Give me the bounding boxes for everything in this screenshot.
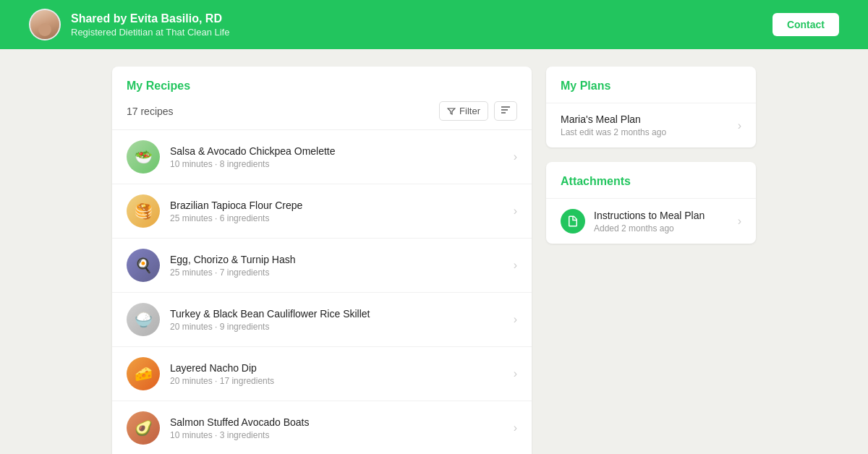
recipe-info: Layered Nacho Dip 20 minutes · 17 ingred… (170, 362, 514, 386)
chevron-right-icon: › (514, 313, 517, 326)
attachment-item[interactable]: Instructions to Meal Plan Added 2 months… (546, 198, 756, 244)
chevron-right-icon: › (514, 150, 517, 163)
recipe-info: Brazilian Tapioca Flour Crepe 25 minutes… (170, 200, 514, 223)
sort-icon (501, 106, 511, 114)
plans-panel: My Plans Maria's Meal Plan Last edit was… (546, 67, 756, 147)
filter-icon (447, 107, 456, 116)
chevron-right-icon: › (514, 205, 517, 218)
attachment-meta: Added 2 months ago (594, 223, 738, 234)
recipe-info: Turkey & Black Bean Cauliflower Rice Ski… (170, 308, 514, 332)
recipe-item[interactable]: 🥗 Salsa & Avocado Chickpea Omelette 10 m… (112, 130, 532, 184)
recipe-item[interactable]: 🍚 Turkey & Black Bean Cauliflower Rice S… (112, 293, 532, 347)
attachments-panel-header: Attachments (546, 162, 756, 198)
attachment-icon (561, 209, 585, 234)
plan-item[interactable]: Maria's Meal Plan Last edit was 2 months… (546, 103, 756, 147)
recipe-item[interactable]: 🍳 Egg, Chorizo & Turnip Hash 25 minutes … (112, 239, 532, 293)
recipes-header: My Recipes 17 recipes Filter (112, 67, 532, 130)
recipes-panel: My Recipes 17 recipes Filter (112, 67, 532, 454)
subtitle-label: Registered Dietitian at That Clean Life (71, 27, 229, 38)
recipe-thumbnail: 🧀 (127, 357, 160, 390)
recipe-item[interactable]: 🥑 Salmon Stuffed Avocado Boats 10 minute… (112, 401, 532, 454)
plan-meta: Last edit was 2 months ago (561, 127, 738, 137)
recipe-meta: 20 minutes · 17 ingredients (170, 376, 514, 386)
plans-list: Maria's Meal Plan Last edit was 2 months… (546, 103, 756, 147)
main-container: My Recipes 17 recipes Filter (0, 49, 868, 454)
recipe-item[interactable]: 🧀 Layered Nacho Dip 20 minutes · 17 ingr… (112, 347, 532, 401)
filter-button[interactable]: Filter (439, 101, 488, 121)
plans-panel-header: My Plans (546, 67, 756, 103)
document-icon (566, 215, 579, 228)
recipe-info: Salsa & Avocado Chickpea Omelette 10 min… (170, 145, 514, 169)
recipes-toolbar: 17 recipes Filter (127, 101, 517, 121)
attachments-title: Attachments (561, 175, 741, 188)
recipe-thumbnail: 🥞 (127, 194, 160, 228)
recipe-meta: 20 minutes · 9 ingredients (170, 322, 514, 332)
recipe-name: Salsa & Avocado Chickpea Omelette (170, 145, 514, 157)
header-left: Shared by Evita Basilio, RD Registered D… (29, 9, 229, 40)
chevron-right-icon: › (514, 259, 517, 272)
recipe-thumbnail: 🥑 (127, 411, 160, 445)
recipe-info: Egg, Chorizo & Turnip Hash 25 minutes · … (170, 254, 514, 278)
recipe-name: Layered Nacho Dip (170, 362, 514, 374)
recipes-title: My Recipes (127, 80, 517, 93)
chevron-right-icon: › (738, 119, 741, 132)
sort-button[interactable] (494, 101, 517, 121)
attachment-name: Instructions to Meal Plan (594, 210, 738, 221)
plan-info: Maria's Meal Plan Last edit was 2 months… (561, 113, 738, 137)
contact-button[interactable]: Contact (773, 13, 839, 36)
recipe-name: Egg, Chorizo & Turnip Hash (170, 254, 514, 265)
attachment-info: Instructions to Meal Plan Added 2 months… (594, 210, 738, 234)
recipe-name: Turkey & Black Bean Cauliflower Rice Ski… (170, 308, 514, 320)
attachments-panel: Attachments Instructions to Meal Plan Ad… (546, 162, 756, 244)
recipe-thumbnail: 🥗 (127, 140, 160, 174)
chevron-right-icon: › (738, 215, 741, 228)
recipe-meta: 10 minutes · 3 ingredients (170, 430, 514, 440)
recipes-count: 17 recipes (127, 106, 174, 117)
recipe-meta: 25 minutes · 6 ingredients (170, 213, 514, 223)
shared-by-label: Shared by Evita Basilio, RD (71, 12, 229, 25)
recipe-meta: 25 minutes · 7 ingredients (170, 267, 514, 278)
recipe-name: Salmon Stuffed Avocado Boats (170, 416, 514, 428)
plan-name: Maria's Meal Plan (561, 113, 738, 125)
recipe-list: 🥗 Salsa & Avocado Chickpea Omelette 10 m… (112, 130, 532, 454)
recipe-item[interactable]: 🥞 Brazilian Tapioca Flour Crepe 25 minut… (112, 184, 532, 239)
chevron-right-icon: › (514, 421, 517, 434)
attachments-list: Instructions to Meal Plan Added 2 months… (546, 198, 756, 244)
recipe-thumbnail: 🍳 (127, 249, 160, 282)
recipe-meta: 10 minutes · 8 ingredients (170, 159, 514, 169)
recipe-info: Salmon Stuffed Avocado Boats 10 minutes … (170, 416, 514, 440)
header: Shared by Evita Basilio, RD Registered D… (0, 0, 868, 49)
avatar (29, 9, 61, 40)
plans-title: My Plans (561, 80, 741, 93)
recipe-name: Brazilian Tapioca Flour Crepe (170, 200, 514, 211)
header-text: Shared by Evita Basilio, RD Registered D… (71, 12, 229, 38)
toolbar-right: Filter (439, 101, 517, 121)
right-panel: My Plans Maria's Meal Plan Last edit was… (546, 67, 756, 454)
recipe-thumbnail: 🍚 (127, 303, 160, 336)
chevron-right-icon: › (514, 367, 517, 380)
